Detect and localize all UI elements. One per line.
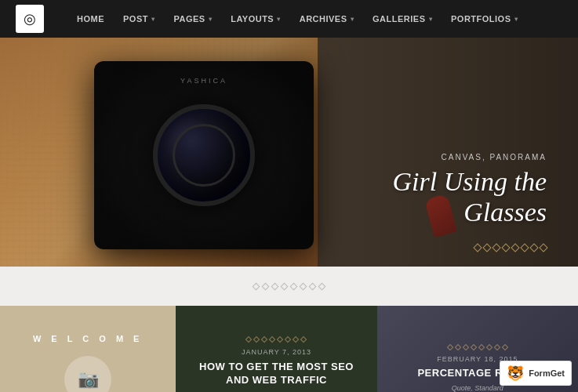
hero-dot-3[interactable] bbox=[492, 243, 500, 252]
nav-post[interactable]: POST ▾ bbox=[114, 14, 164, 24]
hero-dot-7[interactable] bbox=[529, 243, 538, 252]
review-dot-2 bbox=[455, 344, 461, 350]
logo-icon: ◎ bbox=[24, 10, 36, 27]
hero-dot-4[interactable] bbox=[501, 243, 510, 252]
sep-dot-2 bbox=[262, 282, 270, 290]
nav-layouts[interactable]: LAYOUTS ▾ bbox=[221, 14, 290, 24]
sep-dot-3 bbox=[271, 282, 279, 290]
section-separator bbox=[0, 267, 578, 306]
nav-archives[interactable]: ARCHIVES ▾ bbox=[290, 14, 363, 24]
nav-pages[interactable]: PAGES ▾ bbox=[164, 14, 221, 24]
seo-date: JANUARY 7, 2013 bbox=[242, 348, 311, 356]
seo-dot-1 bbox=[245, 336, 252, 343]
chevron-down-icon: ▾ bbox=[151, 16, 155, 23]
site-header: ◎ HOME POST ▾ PAGES ▾ LAYOUTS ▾ ARCHIVES… bbox=[0, 0, 578, 38]
card-welcome[interactable]: W E L C O M E 📷 bbox=[0, 306, 176, 392]
camera-icon: 📷 bbox=[78, 369, 99, 390]
nav-home[interactable]: HOME bbox=[67, 14, 114, 24]
welcome-label: W E L C O M E bbox=[33, 334, 144, 343]
hero-text-block: CANVAS, PANORAMA Girl Using the Glasses bbox=[393, 153, 547, 227]
sep-dot-5 bbox=[290, 282, 298, 290]
seo-dot-2 bbox=[253, 336, 260, 343]
hero-dot-8[interactable] bbox=[539, 243, 547, 252]
seo-dot-5 bbox=[277, 336, 283, 343]
seo-dot-3 bbox=[261, 336, 267, 343]
hero-section: YASHICA CANVAS, PANORAMA Girl Using the … bbox=[0, 38, 578, 267]
nav-galleries[interactable]: GALLERIES ▾ bbox=[363, 14, 442, 24]
review-dot-5 bbox=[478, 344, 485, 350]
hero-dot-2[interactable] bbox=[482, 243, 491, 252]
review-dot-4 bbox=[471, 344, 477, 350]
review-dot-1 bbox=[447, 344, 453, 350]
review-dot-3 bbox=[463, 344, 469, 350]
formget-label: FormGet bbox=[529, 368, 565, 378]
seo-dot-8 bbox=[300, 336, 307, 343]
hero-category: CANVAS, PANORAMA bbox=[393, 153, 547, 162]
card-review-dots bbox=[448, 345, 507, 350]
seo-dot-4 bbox=[269, 336, 275, 343]
hero-dot-5[interactable] bbox=[511, 243, 519, 252]
seo-dot-6 bbox=[285, 336, 291, 343]
sep-dot-4 bbox=[281, 282, 289, 290]
review-dot-6 bbox=[486, 344, 493, 350]
nav-portfolios[interactable]: PORTFOLIOS ▾ bbox=[442, 14, 527, 24]
review-dot-7 bbox=[494, 344, 500, 350]
chevron-down-icon: ▾ bbox=[277, 16, 281, 23]
hero-dot-6[interactable] bbox=[520, 243, 529, 252]
chevron-down-icon: ▾ bbox=[429, 16, 433, 23]
review-dot-8 bbox=[502, 344, 508, 350]
sep-dot-7 bbox=[309, 282, 317, 290]
seo-title: HOW TO GET THE MOST SEO AND WEB TRAFFIC bbox=[188, 361, 364, 387]
formget-mascot-icon: 🐯 bbox=[507, 365, 524, 382]
welcome-icon-circle: 📷 bbox=[64, 356, 111, 392]
sep-dot-1 bbox=[253, 282, 260, 290]
seo-dot-7 bbox=[293, 336, 299, 343]
hero-pagination[interactable] bbox=[474, 245, 547, 251]
chevron-down-icon: ▾ bbox=[209, 16, 213, 23]
main-nav: HOME POST ▾ PAGES ▾ LAYOUTS ▾ ARCHIVES ▾… bbox=[67, 14, 527, 24]
chevron-down-icon: ▾ bbox=[351, 16, 354, 23]
hero-title: Girl Using the Glasses bbox=[393, 166, 547, 227]
sep-dot-6 bbox=[300, 282, 307, 290]
cards-section: W E L C O M E 📷 JANUARY 7, 2013 HOW TO G… bbox=[0, 306, 578, 392]
sep-dot-8 bbox=[318, 282, 326, 290]
formget-badge[interactable]: 🐯 FormGet bbox=[500, 361, 572, 386]
separator-dots bbox=[253, 284, 325, 289]
hero-dot-1[interactable] bbox=[473, 243, 482, 252]
card-seo-dots bbox=[246, 337, 306, 342]
site-logo[interactable]: ◎ bbox=[16, 5, 44, 33]
review-tag: Quote, Standard bbox=[452, 384, 503, 392]
card-seo[interactable]: JANUARY 7, 2013 HOW TO GET THE MOST SEO … bbox=[176, 306, 376, 392]
chevron-down-icon: ▾ bbox=[514, 16, 518, 23]
